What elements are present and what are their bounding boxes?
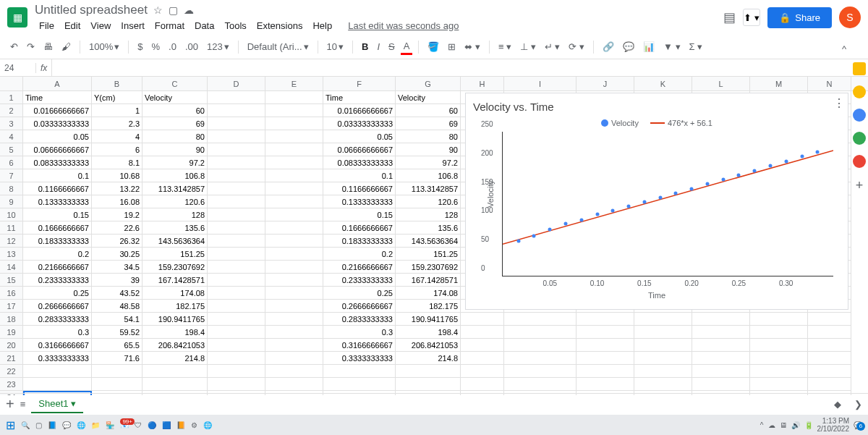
cell[interactable]: 39 — [92, 274, 142, 287]
col-header[interactable]: N — [808, 77, 851, 90]
share-button[interactable]: 🔒 Share — [767, 7, 832, 28]
cell[interactable]: 167.1428571 — [142, 274, 208, 287]
col-header[interactable]: H — [461, 77, 504, 90]
cell[interactable] — [265, 352, 323, 365]
menu-insert[interactable]: Insert — [116, 19, 149, 33]
cell[interactable] — [396, 378, 461, 391]
cell[interactable] — [323, 365, 396, 378]
cell[interactable]: 151.25 — [142, 248, 208, 261]
cell[interactable] — [208, 143, 265, 156]
cell[interactable] — [265, 248, 323, 261]
contacts-icon[interactable] — [853, 132, 866, 145]
strikethrough-button[interactable]: S — [386, 40, 398, 54]
cell[interactable]: 0.08333333333 — [323, 156, 396, 169]
cell[interactable]: 0.2666666667 — [323, 300, 396, 313]
cell[interactable] — [808, 352, 851, 365]
start-icon[interactable]: ⊞ — [6, 418, 15, 432]
cell[interactable] — [142, 378, 208, 391]
cell[interactable] — [323, 378, 396, 391]
select-all-corner[interactable] — [0, 77, 23, 90]
add-sheet-button[interactable]: + — [6, 396, 14, 413]
maps-icon[interactable] — [853, 155, 866, 168]
last-edit-link[interactable]: Last edit was seconds ago — [344, 19, 463, 33]
cell[interactable]: 0.08333333333 — [23, 156, 92, 169]
cell[interactable] — [208, 91, 265, 104]
cell[interactable] — [634, 352, 692, 365]
calendar-icon[interactable] — [853, 62, 866, 75]
cell[interactable]: 0.3166666667 — [23, 339, 92, 352]
currency-button[interactable]: $ — [135, 40, 145, 54]
increase-decimal-button[interactable]: .00 — [182, 40, 201, 54]
cell[interactable]: 159.2307692 — [142, 261, 208, 274]
cell[interactable]: 0.25 — [323, 287, 396, 300]
cell[interactable]: 182.175 — [396, 300, 461, 313]
cell[interactable]: 65.5 — [92, 339, 142, 352]
cell[interactable]: Velocity — [142, 91, 208, 104]
cell[interactable] — [750, 326, 808, 339]
cell[interactable] — [634, 378, 692, 391]
move-icon[interactable]: ▢ — [169, 4, 178, 16]
cell[interactable] — [692, 313, 750, 326]
cell[interactable] — [634, 339, 692, 352]
cell[interactable] — [461, 378, 504, 391]
cell[interactable]: 0.3 — [323, 326, 396, 339]
cell[interactable]: 0.1666666667 — [323, 221, 396, 235]
cell[interactable]: 120.6 — [396, 195, 461, 208]
app-icon[interactable]: 🔵 — [148, 421, 156, 429]
text-color-button[interactable]: A — [401, 39, 413, 55]
col-header[interactable]: M — [750, 77, 808, 90]
link-icon[interactable]: 🔗 — [600, 40, 617, 54]
row-header[interactable]: 21 — [0, 352, 23, 365]
cell[interactable]: 0.01666666667 — [23, 104, 92, 117]
cell[interactable]: 0.25 — [23, 287, 92, 300]
col-header[interactable]: A — [23, 77, 92, 90]
fill-color-icon[interactable]: 🪣 — [425, 40, 442, 54]
row-header[interactable]: 19 — [0, 326, 23, 339]
cell[interactable]: 0.03333333333 — [323, 117, 396, 130]
cell[interactable]: 0.1333333333 — [323, 195, 396, 208]
cell[interactable] — [750, 352, 808, 365]
tasks-icon[interactable] — [853, 109, 866, 122]
add-addon-icon[interactable]: + — [853, 178, 866, 191]
row-header[interactable]: 5 — [0, 143, 23, 156]
decrease-decimal-button[interactable]: .0 — [166, 40, 179, 54]
cell[interactable]: 19.2 — [92, 208, 142, 221]
row-header[interactable]: 9 — [0, 195, 23, 208]
cell[interactable]: 214.8 — [396, 352, 461, 365]
cell[interactable] — [692, 339, 750, 352]
all-sheets-button[interactable]: ≡ — [20, 399, 26, 410]
menu-help[interactable]: Help — [308, 19, 336, 33]
font-select[interactable]: Default (Ari... ▾ — [244, 40, 312, 54]
cell[interactable]: 0.2166666667 — [23, 261, 92, 274]
cell[interactable] — [461, 313, 504, 326]
app-icon[interactable]: 🏪 — [106, 421, 114, 429]
wrap-icon[interactable]: ↵ ▾ — [542, 40, 563, 54]
cell[interactable]: 0.1166666667 — [323, 182, 396, 195]
cell[interactable] — [265, 182, 323, 195]
cell[interactable]: 113.3142857 — [396, 182, 461, 195]
cell[interactable]: 59.52 — [92, 326, 142, 339]
cell[interactable]: 0.01666666667 — [323, 104, 396, 117]
row-header[interactable]: 2 — [0, 104, 23, 117]
cell[interactable] — [504, 352, 576, 365]
cell[interactable] — [208, 365, 265, 378]
present-icon[interactable]: ⬆ ▾ — [743, 9, 760, 26]
cell[interactable]: 190.9411765 — [396, 313, 461, 326]
col-header[interactable]: D — [208, 77, 265, 90]
cell[interactable] — [208, 326, 265, 339]
cell[interactable] — [208, 274, 265, 287]
cell[interactable]: 0.3166666667 — [323, 339, 396, 352]
cell[interactable] — [634, 326, 692, 339]
cell[interactable] — [208, 208, 265, 221]
insert-chart-icon[interactable]: 📊 — [640, 40, 658, 54]
menu-view[interactable]: View — [86, 19, 115, 33]
tray-chevron-icon[interactable]: ^ — [760, 421, 764, 429]
cell[interactable] — [576, 313, 634, 326]
cell[interactable]: 0.2666666667 — [23, 300, 92, 313]
row-header[interactable]: 17 — [0, 300, 23, 313]
cell[interactable] — [208, 169, 265, 182]
cell[interactable]: 206.8421053 — [142, 339, 208, 352]
cell[interactable]: 16.08 — [92, 195, 142, 208]
cell[interactable]: 0.3 — [23, 326, 92, 339]
percent-button[interactable]: % — [148, 40, 163, 54]
